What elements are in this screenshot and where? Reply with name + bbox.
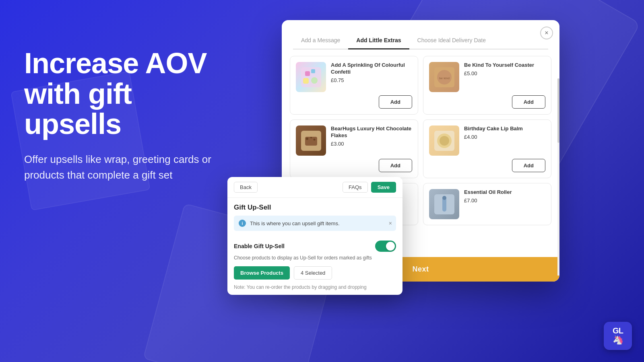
product-info-3: BearHugs Luxury Hot Chocolate Flakes £3.…	[331, 125, 412, 147]
gift-upsell-panel: Back FAQs Save Gift Up-Sell i This is wh…	[227, 177, 402, 295]
product-price-6: £7.00	[464, 197, 545, 204]
svg-rect-1	[305, 71, 310, 76]
product-image-2: be kind	[429, 62, 459, 92]
product-price-4: £4.00	[464, 134, 545, 140]
note-text: Note: You can re-order the products by d…	[234, 284, 396, 290]
info-text: This is where you can upsell gift items.	[250, 220, 340, 226]
product-image-3	[296, 125, 326, 156]
product-card-top: Add A Sprinkling Of Colourful Confetti £…	[296, 62, 412, 92]
product-card-1: Add A Sprinkling Of Colourful Confetti £…	[290, 56, 418, 115]
add-button-4[interactable]: Add	[512, 159, 545, 172]
product-card-top-6: Essential Oil Roller £7.00	[429, 189, 545, 219]
add-button-3[interactable]: Add	[379, 159, 412, 172]
logo-inner: GL 🦄	[613, 327, 623, 345]
info-icon: i	[239, 220, 246, 227]
product-card-bottom-1: Add	[296, 95, 412, 109]
product-card-top-2: be kind Be Kind To Yourself Coaster £5.0…	[429, 62, 545, 92]
product-image-1	[296, 62, 326, 92]
left-content: Increase AOV with gift upsells Offer ups…	[24, 48, 233, 183]
tab-delivery-date[interactable]: Choose Ideal Delivery Date	[409, 32, 494, 49]
product-image-4	[429, 125, 459, 156]
product-card-top-4: Birthday Cake Lip Balm £4.00	[429, 125, 545, 156]
corner-logo: GL 🦄	[604, 322, 632, 350]
panel-title: Gift Up-Sell	[227, 198, 402, 216]
modal-close-button[interactable]: ×	[540, 27, 553, 39]
enable-toggle[interactable]	[375, 241, 396, 252]
choose-description: Choose products to display as Up-Sell fo…	[234, 255, 396, 261]
product-name-1: Add A Sprinkling Of Colourful Confetti	[331, 62, 412, 76]
product-image-6	[429, 189, 459, 219]
info-banner: i This is where you can upsell gift item…	[234, 216, 396, 231]
add-button-2[interactable]: Add	[512, 95, 545, 109]
add-button-1[interactable]: Add	[379, 95, 412, 109]
tab-add-message[interactable]: Add a Message	[293, 32, 348, 49]
tab-add-extras[interactable]: Add Little Extras	[348, 32, 409, 49]
logo-icon: 🦄	[613, 335, 623, 345]
product-card-bottom-2: Add	[429, 95, 545, 109]
modal-tabs: Add a Message Add Little Extras Choose I…	[293, 32, 548, 49]
panel-buttons: Browse Products 4 Selected	[234, 266, 396, 280]
save-button[interactable]: Save	[371, 182, 396, 193]
product-card-bottom-3: Add	[296, 159, 412, 172]
scroll-bar	[557, 78, 559, 276]
panel-actions: FAQs Save	[343, 182, 396, 193]
product-price-1: £0.75	[331, 77, 412, 83]
svg-point-18	[442, 196, 446, 200]
selected-count-badge: 4 Selected	[294, 266, 332, 280]
svg-point-10	[306, 138, 308, 140]
headline: Increase AOV with gift upsells	[24, 48, 233, 140]
modal-header: × Add a Message Add Little Extras Choose…	[282, 20, 559, 49]
gift-panel-header: Back FAQs Save	[227, 177, 402, 198]
svg-rect-2	[311, 69, 315, 73]
product-price-2: £5.00	[464, 70, 545, 76]
faqs-button[interactable]: FAQs	[343, 182, 368, 193]
product-card-6: Essential Oil Roller £7.00	[423, 183, 551, 225]
svg-text:be kind: be kind	[439, 76, 450, 80]
product-name-6: Essential Oil Roller	[464, 189, 545, 196]
product-card-4: Birthday Cake Lip Balm £4.00 Add	[423, 119, 551, 178]
product-name-2: Be Kind To Yourself Coaster	[464, 62, 545, 69]
product-card-top-3: BearHugs Luxury Hot Chocolate Flakes £3.…	[296, 125, 412, 156]
product-info-2: Be Kind To Yourself Coaster £5.00	[464, 62, 545, 76]
browse-products-button[interactable]: Browse Products	[234, 266, 290, 280]
logo-text: GL	[613, 327, 623, 335]
svg-point-4	[311, 77, 318, 84]
product-card-bottom-4: Add	[429, 159, 545, 172]
product-name-3: BearHugs Luxury Hot Chocolate Flakes	[331, 125, 412, 139]
product-info-1: Add A Sprinkling Of Colourful Confetti £…	[331, 62, 412, 83]
svg-point-15	[440, 136, 449, 146]
enable-row: Enable Gift Up-Sell	[234, 241, 396, 252]
info-close-icon[interactable]: ×	[389, 220, 392, 226]
enable-label: Enable Gift Up-Sell	[234, 243, 285, 249]
product-info-4: Birthday Cake Lip Balm £4.00	[464, 125, 545, 140]
svg-rect-3	[303, 78, 309, 84]
subtext: Offer upsells like wrap, greeting cards …	[24, 152, 233, 183]
product-card-2: be kind Be Kind To Yourself Coaster £5.0…	[423, 56, 551, 115]
product-price-3: £3.00	[331, 141, 412, 147]
back-button[interactable]: Back	[234, 182, 258, 193]
product-card-3: BearHugs Luxury Hot Chocolate Flakes £3.…	[290, 119, 418, 178]
svg-point-12	[313, 138, 315, 140]
panel-body: Enable Gift Up-Sell Choose products to d…	[227, 236, 402, 295]
product-name-4: Birthday Cake Lip Balm	[464, 125, 545, 132]
toggle-knob	[386, 242, 395, 251]
svg-point-11	[310, 137, 312, 138]
product-info-6: Essential Oil Roller £7.00	[464, 189, 545, 204]
scroll-thumb	[557, 78, 559, 143]
